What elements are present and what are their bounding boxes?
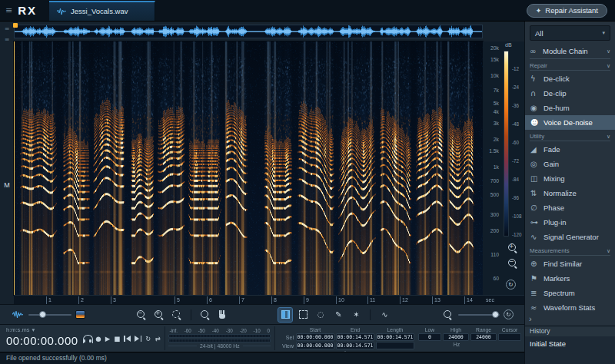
section-measurements[interactable]: Measurements ∨: [530, 247, 610, 256]
hand-icon: [218, 310, 227, 319]
freq-low-field[interactable]: 0: [418, 333, 441, 341]
link-transport-button[interactable]: ⇄: [155, 335, 160, 342]
zoom-tool-button[interactable]: [198, 308, 212, 322]
zoom-in-button[interactable]: +: [152, 308, 166, 322]
brush-icon: ✎: [335, 310, 341, 319]
module-item-de-hum[interactable]: ◉ De-hum: [525, 101, 615, 115]
stop-button[interactable]: ■: [114, 335, 120, 342]
chevron-icon: ∨: [607, 248, 610, 254]
zoom-out-frequency-button[interactable]: −: [507, 258, 517, 268]
module-item-gain[interactable]: ◎ Gain: [525, 157, 615, 171]
spectrogram-display-icon[interactable]: [75, 310, 85, 319]
waveform-overview[interactable]: [14, 25, 483, 38]
section-repair[interactable]: Repair ∨: [530, 62, 610, 71]
horizontal-zoom-slider[interactable]: [458, 314, 500, 316]
zoom-selection-button[interactable]: [170, 308, 184, 322]
de-hum-icon: ◉: [530, 104, 544, 112]
module-item-normalize[interactable]: ⇅ Normalize: [525, 186, 615, 200]
skip-to-end-button[interactable]: [135, 336, 141, 342]
module-item-phase[interactable]: ∅ Phase: [525, 200, 615, 215]
module-item-fade[interactable]: ◢ Fade: [525, 142, 615, 157]
draw-curve-icon: ∿: [381, 310, 387, 319]
module-item-find-similar[interactable]: ⊕ Find Similar: [525, 256, 615, 271]
play-button[interactable]: ▶: [105, 335, 111, 342]
freq-range-field[interactable]: 24000: [470, 333, 497, 341]
plug-in-icon: ⊶: [530, 218, 544, 227]
view-length-field[interactable]: [376, 342, 414, 349]
module-item-plug-in[interactable]: ⊶ Plug-in: [525, 215, 615, 230]
record-button[interactable]: ●: [95, 335, 101, 342]
monitor-icon[interactable]: [83, 335, 91, 342]
zoom-selection-icon: [171, 309, 181, 319]
menu-icon[interactable]: ≡: [5, 5, 12, 15]
skip-to-start-button[interactable]: [124, 336, 131, 342]
chevron-icon: ∨: [607, 48, 610, 55]
view-start-field[interactable]: 00:00:00.000: [296, 342, 334, 349]
frequency-info: Low High Range Cursor 0 24000 24000 Hz: [418, 326, 521, 350]
waveform-display-icon[interactable]: [11, 308, 25, 322]
history-item[interactable]: Initial State: [525, 336, 615, 351]
module-item-waveform-stats[interactable]: ≈ Waveform Stats: [525, 300, 615, 315]
rx-app-window: ≡ RX Jessi_Vocals.wav ✦ Repair Assistant…: [0, 0, 615, 364]
spectrogram-display[interactable]: [14, 41, 483, 295]
time-ruler[interactable]: 1 2 3 5 6 7 8 9 10 11 12 13 14 sec: [14, 295, 524, 304]
playhead-marker[interactable]: [13, 23, 18, 28]
module-item-spectrum[interactable]: ≣ Spectrum: [525, 286, 615, 300]
slider-knob[interactable]: [39, 311, 46, 318]
module-item-voice-de-noise[interactable]: ☻ Voice De-noise: [525, 115, 615, 130]
module-chain-item[interactable]: ∞ Module Chain ∨: [525, 45, 615, 57]
hand-tool-button[interactable]: [216, 308, 230, 322]
zoom-in-frequency-button[interactable]: +: [507, 243, 517, 253]
module-item-markers[interactable]: ⚑ Markers: [525, 271, 615, 286]
time-format-selector[interactable]: h:m:s.ms ▾: [6, 326, 79, 333]
playhead-line[interactable]: [14, 41, 15, 295]
view-options-icon[interactable]: ≡: [5, 36, 10, 43]
reset-horizontal-zoom-button[interactable]: ↻: [504, 309, 514, 319]
slider-knob[interactable]: [492, 311, 499, 318]
display-blend-slider[interactable]: [28, 314, 71, 316]
module-item-mixing[interactable]: ◫ Mixing: [525, 171, 615, 186]
lasso-selection-tool[interactable]: ◌: [314, 308, 327, 322]
module-item-de-click[interactable]: ϟ De-click: [525, 71, 615, 86]
time-display[interactable]: 00:00:00.000: [6, 334, 79, 347]
time-selection-icon: [281, 310, 290, 319]
sel-end-field[interactable]: 00:00:14.571: [336, 333, 374, 341]
zoom-out-button[interactable]: −: [135, 308, 148, 322]
brush-selection-tool[interactable]: ✎: [331, 308, 345, 322]
time-frequency-selection-tool[interactable]: [296, 308, 310, 322]
module-filter-dropdown[interactable]: All ▾: [530, 25, 610, 41]
zoom-level-button[interactable]: [440, 308, 454, 322]
overview-waveform-canvas[interactable]: [15, 25, 482, 38]
magic-wand-tool[interactable]: ✶: [349, 308, 363, 322]
repair-assistant-button[interactable]: ✦ Repair Assistant: [527, 4, 607, 18]
overview-options-icon[interactable]: ≡: [5, 25, 10, 32]
time-selection-tool[interactable]: [278, 308, 292, 322]
spectrogram-canvas[interactable]: [14, 41, 483, 295]
repair-assistant-label: Repair Assistant: [545, 6, 598, 15]
meter-bar-right[interactable]: [168, 339, 271, 342]
freq-high-field[interactable]: 24000: [443, 333, 469, 341]
status-bar: File opened successfully (0.00 ms): [0, 352, 524, 364]
reset-zoom-button[interactable]: ↻: [506, 280, 516, 290]
freq-cursor-field[interactable]: [498, 333, 521, 341]
module-item-signal-generator[interactable]: ∿ Signal Generator: [525, 230, 615, 244]
ruler-unit-label: sec: [486, 296, 494, 304]
loop-button[interactable]: ↻: [145, 335, 151, 342]
module-item-de-clip[interactable]: ∩ De-clip: [525, 86, 615, 101]
chevron-down-icon: ▾: [602, 30, 605, 36]
file-tab[interactable]: Jessi_Vocals.wav: [49, 1, 155, 21]
topbar: ≡ RX Jessi_Vocals.wav ✦ Repair Assistant: [0, 0, 615, 22]
selection-tools: ◌ ✎ ✶ ∿: [278, 308, 391, 322]
sel-length-field[interactable]: 00:00:14.571: [376, 333, 414, 341]
phase-icon: ∅: [530, 204, 544, 212]
module-panel: All ▾ ∞ Module Chain ∨ Repair ∨ ϟ De-cli…: [524, 22, 615, 326]
section-utility[interactable]: Utility ∨: [530, 133, 610, 141]
view-end-field[interactable]: 00:00:14.571: [336, 342, 374, 349]
sel-start-field[interactable]: 00:00:00.000: [296, 333, 334, 341]
panel-collapse-button[interactable]: ›: [529, 314, 532, 323]
zoom-in-icon: +: [154, 309, 164, 319]
magnifier-icon: [200, 309, 210, 319]
meter-bar-left[interactable]: [168, 334, 271, 338]
de-clip-icon: ∩: [530, 89, 544, 98]
draw-curve-tool[interactable]: ∿: [377, 308, 391, 322]
